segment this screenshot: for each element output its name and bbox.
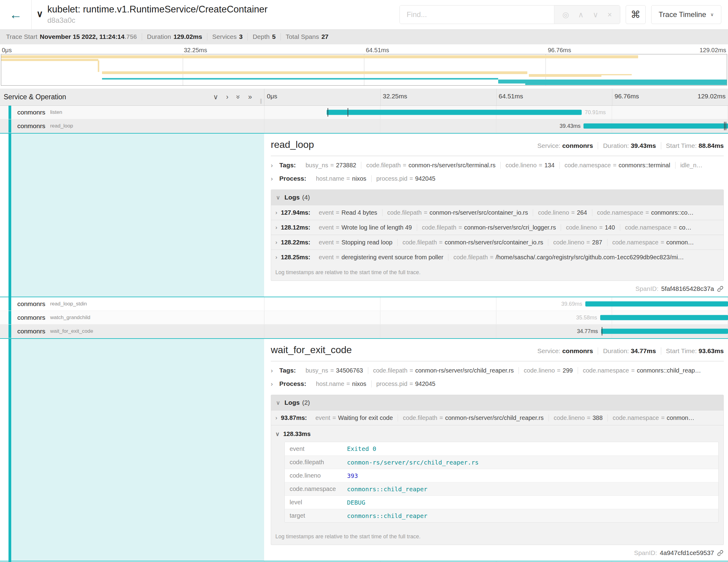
tag-kv: code.filepath=conmon-rs/server/src/child… xyxy=(368,367,519,374)
tag-kv: code.filepath=conmon-rs/server/src/cri_l… xyxy=(417,224,561,231)
top-bar: ← ∨ kubelet: runtime.v1.RuntimeService/C… xyxy=(0,0,728,29)
logs-header[interactable]: ∨Logs(4) xyxy=(271,190,723,205)
collapse-one-icon[interactable]: ∨ xyxy=(213,94,218,100)
next-match-icon[interactable]: ∨ xyxy=(593,10,598,19)
logs-count: (2) xyxy=(302,399,310,406)
minimap-tick-label: 129.02ms xyxy=(699,47,726,54)
minimap-gridline xyxy=(364,54,364,85)
clear-search-icon[interactable]: × xyxy=(607,10,612,19)
tag-kv: code.filepath=conmon-rs/server/src/conta… xyxy=(397,239,548,246)
span-name-cell: conmonrsread_loop xyxy=(0,119,264,133)
span-rows: conmonrslisten70.91msconmonrsread_loop39… xyxy=(0,106,728,562)
kv-key: code.namespace xyxy=(597,209,643,216)
log-kv-key: event xyxy=(285,445,347,452)
kv-equals: = xyxy=(401,162,409,169)
span-duration-bar[interactable] xyxy=(585,301,728,307)
kv-value: Wrote log line of length 49 xyxy=(342,224,412,231)
log-entry[interactable]: ›127.94ms:event=Read 4 bytescode.filepat… xyxy=(271,205,723,220)
process-accordion[interactable]: ›Process:host.name=nixosprocess.pid=9420… xyxy=(271,172,724,185)
kv-value: 942045 xyxy=(415,380,435,387)
span-duration-label: 35.58ms xyxy=(576,315,597,321)
minimap-span-bar xyxy=(102,78,498,80)
minimap-tick-label: 32.25ms xyxy=(184,47,207,54)
chevron-right-icon: › xyxy=(275,209,277,216)
logs-block: ∨Logs(4)›127.94ms:event=Read 4 bytescode… xyxy=(271,189,724,281)
timeline-gridline xyxy=(496,325,496,338)
tag-kv: idle_n… xyxy=(675,162,707,169)
chevron-down-icon: ∨ xyxy=(276,399,281,406)
span-duration-bar[interactable] xyxy=(600,315,728,320)
trace-id: d8a3a0c xyxy=(47,16,267,25)
prev-match-icon[interactable]: ∧ xyxy=(578,10,583,19)
log-kv-key: code.namespace xyxy=(285,485,347,492)
collapse-trace-icon[interactable]: ∨ xyxy=(36,9,43,19)
span-row[interactable]: conmonrsread_loop_stdin39.69ms xyxy=(0,297,728,311)
expand-one-icon[interactable]: › xyxy=(226,94,229,100)
span-operation-name: wait_for_exit_code xyxy=(50,328,93,334)
log-entry[interactable]: ›128.12ms:event=Wrote log line of length… xyxy=(271,220,723,235)
find-input[interactable] xyxy=(400,5,554,24)
span-duration-bar[interactable] xyxy=(583,124,728,129)
kv-key: event xyxy=(319,254,334,261)
kv-equals: = xyxy=(629,367,637,374)
kv-equals: = xyxy=(328,367,336,374)
collapse-all-icon[interactable]: » xyxy=(235,95,242,99)
logs-header[interactable]: ∨Logs(2) xyxy=(271,395,723,410)
span-duration-label: 70.91ms xyxy=(585,109,606,116)
deep-link-icon[interactable] xyxy=(717,285,724,292)
kv-value: conmon-rs/server/src/container_io.rs xyxy=(445,239,543,246)
span-duration-bar[interactable] xyxy=(327,110,582,115)
keyboard-shortcuts-button[interactable]: ⌘ xyxy=(626,5,646,24)
spanid-value: 4a947cfd1ce59537 xyxy=(660,549,714,557)
kv-key: busy_ns xyxy=(305,162,328,169)
log-kv-key: level xyxy=(285,499,347,506)
ruler-tick-label: 0μs xyxy=(267,93,277,100)
detail-meta-value: conmonrs xyxy=(562,347,593,354)
kv-equals: = xyxy=(407,367,415,374)
span-row[interactable]: conmonrsread_loop39.43ms xyxy=(0,119,728,133)
focus-match-icon[interactable]: ◎ xyxy=(562,10,569,19)
process-accordion[interactable]: ›Process:host.name=nixosprocess.pid=9420… xyxy=(271,377,724,390)
detail-meta-item: Duration:39.43ms xyxy=(598,142,661,149)
minimap-tick-label: 64.51ms xyxy=(366,47,389,54)
summary-value: 5 xyxy=(272,33,276,40)
tag-kv: event=Wrote log line of length 49 xyxy=(314,224,417,231)
kv-key: host.name xyxy=(316,380,344,387)
log-entry[interactable]: ›128.25ms:event=deregistering event sour… xyxy=(271,250,723,264)
back-button[interactable]: ← xyxy=(0,0,32,29)
deep-link-icon[interactable] xyxy=(717,550,724,557)
kv-equals: = xyxy=(437,414,445,421)
log-entry[interactable]: ›93.87ms:event=Waiting for exit codecode… xyxy=(271,410,723,425)
tag-kv: code.namespace=conmonrs::child_reap… xyxy=(578,367,706,374)
tags-accordion[interactable]: ›Tags:busy_ns=34506763code.filepath=conm… xyxy=(271,364,724,377)
kv-key: code.namespace xyxy=(625,224,671,231)
column-resizer[interactable]: ∥ xyxy=(260,98,263,104)
timeline-gridline xyxy=(496,311,496,324)
detail-meta-item: Service:conmonrs xyxy=(532,142,598,149)
tag-kv: code.filepath=/home/sascha/.cargo/regist… xyxy=(448,254,689,261)
kv-key: code.filepath xyxy=(366,162,400,169)
log-timestamp: 128.22ms: xyxy=(281,239,310,246)
tags-accordion[interactable]: ›Tags:busy_ns=273882code.filepath=conmon… xyxy=(271,158,724,172)
kv-value: 388 xyxy=(593,414,603,421)
chevron-down-icon: ∨ xyxy=(275,431,280,438)
span-duration-bar[interactable] xyxy=(601,329,728,334)
span-log-marker xyxy=(348,108,348,117)
chevron-right-icon: › xyxy=(275,254,277,261)
ruler-gridline xyxy=(612,89,612,105)
minimap-canvas[interactable] xyxy=(1,54,727,86)
span-accent-bar xyxy=(9,297,11,311)
view-selector-button[interactable]: Trace Timeline ∨ xyxy=(651,5,721,24)
kv-key: event xyxy=(319,224,334,231)
tag-kv: code.namespace=conmonrs::terminal xyxy=(560,162,675,169)
kv-key: code.filepath xyxy=(387,209,422,216)
ruler-tick-label: 64.51ms xyxy=(499,93,523,100)
log-entry[interactable]: ›128.22ms:event=Stopping read loopcode.f… xyxy=(271,235,723,250)
log-timestamp: 93.87ms: xyxy=(281,414,307,421)
span-row[interactable]: conmonrswatch_grandchild35.58ms xyxy=(0,311,728,325)
span-row[interactable]: conmonrslisten70.91ms xyxy=(0,106,728,119)
kv-equals: = xyxy=(437,239,445,246)
expand-all-icon[interactable]: » xyxy=(248,94,252,100)
log-entry-header[interactable]: ∨128.33ms xyxy=(275,427,719,441)
span-row[interactable]: conmonrswait_for_exit_code34.77ms xyxy=(0,325,728,338)
